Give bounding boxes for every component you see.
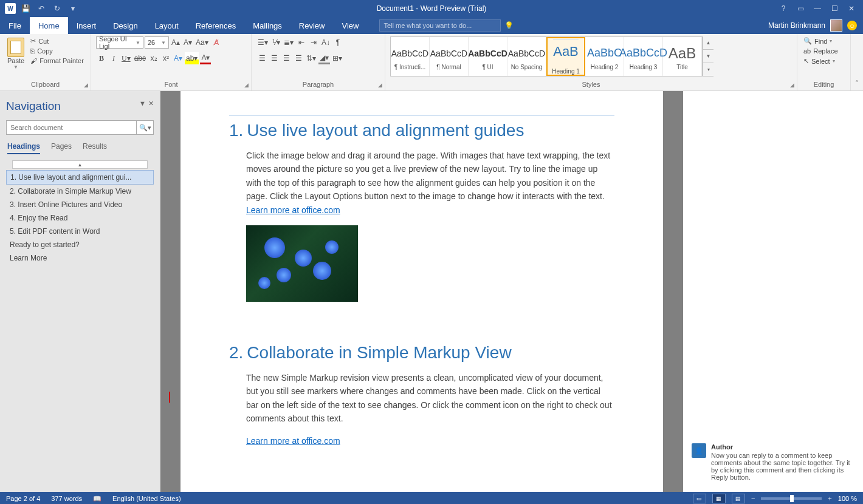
tab-design[interactable]: Design [105,17,146,34]
tab-insert[interactable]: Insert [68,17,105,34]
style---ui[interactable]: AaBbCcD¶ UI [469,37,507,76]
numbering-button[interactable]: ⅟▾ [270,36,281,49]
document-image[interactable] [246,225,358,302]
nav-jump-top[interactable]: ▲ [12,160,148,169]
copy-button[interactable]: ⎘Copy [29,47,85,55]
increase-indent-button[interactable]: ⇥ [308,36,319,49]
document-page[interactable]: 1.Use live layout and alignment guides C… [181,91,663,492]
style---normal[interactable]: AaBbCcD¶ Normal [430,37,469,76]
styles-up-button[interactable]: ▲ [703,36,713,50]
nav-dropdown-icon[interactable]: ▼ [139,100,146,107]
paragraph-2[interactable]: The new Simple Markup revision view pres… [246,371,614,426]
nav-heading-item[interactable]: 2. Collaborate in Simple Markup View [6,185,154,198]
clear-formatting-button[interactable]: A̸ [211,36,222,49]
document-area[interactable]: 1.Use live layout and alignment guides C… [160,91,683,492]
styles-down-button[interactable]: ▼ [703,50,713,63]
nav-search-button[interactable]: 🔍▾ [136,121,153,134]
font-dialog-launcher[interactable]: ◢ [244,82,249,88]
format-painter-button[interactable]: 🖌Format Painter [29,56,85,65]
proofing-icon[interactable]: 📖 [93,495,101,503]
nav-heading-item[interactable]: 4. Enjoy the Read [6,211,154,225]
close-icon[interactable]: ✕ [844,2,859,15]
decrease-indent-button[interactable]: ⇤ [296,36,307,49]
font-size-combo[interactable]: 26▼ [145,36,169,49]
help-icon[interactable]: ? [775,2,791,15]
nav-tab-results[interactable]: Results [83,142,107,154]
user-avatar[interactable] [830,19,842,32]
minimize-icon[interactable]: — [810,2,825,15]
clipboard-dialog-launcher[interactable]: ◢ [84,82,88,88]
styles-more-button[interactable]: ▾ [703,63,713,77]
paragraph-link-2[interactable]: Learn more at office.com [246,434,614,448]
nav-heading-item[interactable]: Ready to get started? [6,238,154,251]
read-mode-button[interactable]: ▭ [693,494,706,503]
nav-heading-item[interactable]: 3. Insert Online Pictures and Video [6,198,154,211]
align-right-button[interactable]: ☰ [281,52,292,64]
status-words[interactable]: 377 words [51,495,82,502]
tab-review[interactable]: Review [291,17,334,34]
borders-button[interactable]: ⊞▾ [331,52,343,64]
cut-button[interactable]: ✂Cut [29,36,85,46]
tab-references[interactable]: References [187,17,244,34]
select-button[interactable]: ↖Select▾ [802,56,845,66]
align-center-button[interactable]: ☰ [269,52,280,64]
paragraph-1[interactable]: Click the image below and drag it around… [246,149,614,217]
font-name-combo[interactable]: Segoe UI Ligl▼ [96,36,143,49]
subscript-button[interactable]: x₂ [148,52,159,64]
find-button[interactable]: 🔍Find▾ [802,36,845,46]
justify-button[interactable]: ☰ [293,52,304,64]
tell-me-input[interactable] [379,19,501,32]
tab-view[interactable]: View [333,17,367,34]
save-icon[interactable]: 💾 [19,2,32,15]
ribbon-options-icon[interactable]: ▭ [793,2,808,15]
paste-button[interactable]: Paste ▼ [5,36,27,71]
tab-file[interactable]: File [0,17,30,34]
style-heading-2[interactable]: AaBbCHeading 2 [585,37,624,76]
learn-more-link-2[interactable]: Learn more at office.com [246,436,340,446]
undo-icon[interactable]: ↶ [35,2,47,15]
style-heading-3[interactable]: AaBbCcDHeading 3 [624,37,663,76]
underline-button[interactable]: U▾ [120,52,132,64]
heading-2[interactable]: 2.Collaborate in Simple Markup View [229,338,614,363]
collapse-ribbon-button[interactable]: ˄ [851,34,863,90]
multilevel-list-button[interactable]: ≣▾ [283,36,295,49]
qat-customize-icon[interactable]: ▾ [67,2,79,15]
strikethrough-button[interactable]: abc [133,52,147,64]
style-title[interactable]: AaBTitle [663,37,702,76]
comment-item[interactable]: 👤 Author Now you can reply to a comment … [689,438,857,486]
font-color-button[interactable]: A▾ [200,52,211,64]
text-effects-button[interactable]: A▾ [173,52,184,64]
nav-heading-item[interactable]: Learn More [6,251,154,265]
zoom-slider[interactable] [761,497,822,500]
tab-layout[interactable]: Layout [146,17,187,34]
feedback-icon[interactable]: ☺ [847,21,857,30]
nav-search-input[interactable] [7,121,136,134]
nav-tab-headings[interactable]: Headings [7,142,40,154]
styles-dialog-launcher[interactable]: ◢ [790,82,794,88]
tab-home[interactable]: Home [30,17,68,34]
grow-font-button[interactable]: A▴ [170,36,181,49]
nav-heading-item[interactable]: 1. Use live layout and alignment gui... [6,170,154,185]
change-case-button[interactable]: Aa▾ [194,36,210,49]
bold-button[interactable]: B [96,52,107,64]
revision-marker[interactable] [169,392,170,403]
status-page[interactable]: Page 2 of 4 [6,495,40,502]
sort-button[interactable]: A↓ [320,36,331,49]
redo-icon[interactable]: ↻ [51,2,63,15]
nav-tab-pages[interactable]: Pages [51,142,72,154]
bullets-button[interactable]: ☰▾ [256,36,269,49]
highlight-button[interactable]: ab▾ [185,52,199,64]
web-layout-button[interactable]: ▤ [732,494,745,503]
superscript-button[interactable]: x² [160,52,171,64]
heading-1[interactable]: 1.Use live layout and alignment guides [229,115,614,140]
style-no-spacing[interactable]: AaBbCcDNo Spacing [507,37,546,76]
line-spacing-button[interactable]: ⇅▾ [305,52,317,64]
paragraph-dialog-launcher[interactable]: ◢ [378,82,382,88]
shrink-font-button[interactable]: A▾ [182,36,193,49]
status-language[interactable]: English (United States) [112,495,181,502]
shading-button[interactable]: ◢▾ [318,52,330,64]
replace-button[interactable]: abReplace [802,47,845,55]
zoom-in-button[interactable]: + [828,495,831,502]
learn-more-link-1[interactable]: Learn more at office.com [246,205,340,215]
maximize-icon[interactable]: ☐ [827,2,842,15]
